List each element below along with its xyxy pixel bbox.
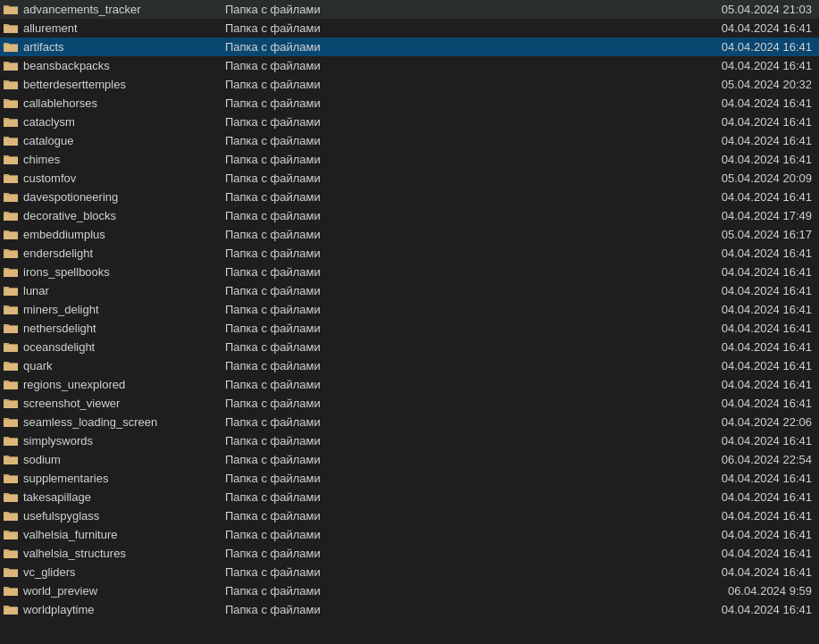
file-date: 04.04.2024 16:41: [690, 40, 815, 54]
file-date: 04.04.2024 16:41: [690, 59, 815, 72]
folder-icon: [4, 604, 20, 616]
file-type: Папка с файлами: [218, 303, 690, 316]
table-row[interactable]: nethersdelightПапка с файлами04.04.2024 …: [0, 319, 819, 338]
file-type: Папка с файлами: [218, 3, 690, 16]
table-row[interactable]: advancements_trackerПапка с файлами05.04…: [0, 0, 819, 19]
table-row[interactable]: seamless_loading_screenПапка с файлами04…: [0, 413, 819, 431]
file-type: Папка с файлами: [218, 490, 690, 504]
file-type: Папка с файлами: [218, 472, 690, 485]
file-date: 04.04.2024 16:41: [690, 153, 815, 166]
folder-icon: [4, 229, 20, 241]
table-row[interactable]: world_previewПапка с файлами06.04.2024 9…: [0, 581, 819, 600]
folder-icon: [4, 210, 20, 222]
file-date: 04.04.2024 16:41: [690, 472, 815, 485]
folder-icon: [4, 585, 20, 598]
file-type: Папка с файлами: [218, 265, 690, 279]
table-row[interactable]: vc_glidersПапка с файлами04.04.2024 16:4…: [0, 563, 819, 581]
table-row[interactable]: artifactsПапка с файлами04.04.2024 16:41: [0, 38, 819, 56]
file-name: regions_unexplored: [23, 378, 125, 391]
table-row[interactable]: supplementariesПапка с файлами04.04.2024…: [0, 469, 819, 488]
file-name: beansbackpacks: [23, 59, 110, 72]
table-row[interactable]: worldplaytimeПапка с файлами04.04.2024 1…: [0, 600, 819, 619]
file-name: endersdelight: [23, 247, 93, 260]
file-name: vc_gliders: [23, 565, 76, 579]
file-list: advancements_trackerПапка с файлами05.04…: [0, 0, 819, 644]
file-name: worldplaytime: [23, 603, 94, 616]
file-type: Папка с файлами: [218, 247, 690, 260]
folder-icon: [4, 379, 20, 391]
file-date: 04.04.2024 16:41: [690, 21, 815, 35]
file-date: 04.04.2024 16:41: [690, 303, 815, 316]
table-row[interactable]: customfovПапка с файлами05.04.2024 20:09: [0, 169, 819, 188]
file-name: valhelsia_structures: [23, 547, 126, 560]
file-date: 04.04.2024 16:41: [690, 603, 815, 616]
folder-icon: [4, 41, 20, 54]
table-row[interactable]: cataclysmПапка с файлами04.04.2024 16:41: [0, 113, 819, 131]
folder-icon: [4, 247, 20, 260]
table-row[interactable]: callablehorsesПапка с файлами04.04.2024 …: [0, 94, 819, 113]
file-name: miners_delight: [23, 303, 99, 316]
table-row[interactable]: endersdelightПапка с файлами04.04.2024 1…: [0, 244, 819, 263]
file-type: Папка с файлами: [218, 40, 690, 54]
table-row[interactable]: embeddiumplusПапка с файлами05.04.2024 1…: [0, 225, 819, 244]
file-date: 04.04.2024 16:41: [690, 96, 815, 110]
table-row[interactable]: usefulspyglassПапка с файлами04.04.2024 …: [0, 506, 819, 525]
table-row[interactable]: oceansdelightПапка с файлами04.04.2024 1…: [0, 338, 819, 356]
file-date: 04.04.2024 16:41: [690, 284, 815, 297]
file-name: takesapillage: [23, 490, 91, 504]
file-type: Папка с файлами: [218, 603, 690, 616]
folder-icon: [4, 60, 20, 72]
file-type: Папка с файлами: [218, 434, 690, 447]
folder-icon: [4, 22, 20, 35]
file-type: Папка с файлами: [218, 59, 690, 72]
table-row[interactable]: screenshot_viewerПапка с файлами04.04.20…: [0, 394, 819, 413]
table-row[interactable]: sodiumПапка с файлами06.04.2024 22:54: [0, 450, 819, 469]
folder-icon: [4, 172, 20, 185]
table-row[interactable]: miners_delightПапка с файлами04.04.2024 …: [0, 300, 819, 319]
table-row[interactable]: allurementПапка с файлами04.04.2024 16:4…: [0, 19, 819, 38]
file-date: 05.04.2024 21:03: [690, 3, 815, 16]
table-row[interactable]: valhelsia_furnitureПапка с файлами04.04.…: [0, 525, 819, 544]
file-date: 04.04.2024 16:41: [690, 547, 815, 560]
file-type: Папка с файлами: [218, 528, 690, 541]
folder-icon: [4, 435, 20, 447]
table-row[interactable]: chimesПапка с файлами04.04.2024 16:41: [0, 150, 819, 169]
folder-icon: [4, 341, 20, 354]
file-type: Папка с файлами: [218, 509, 690, 523]
file-type: Папка с файлами: [218, 78, 690, 91]
table-row[interactable]: irons_spellbooksПапка с файлами04.04.202…: [0, 263, 819, 281]
file-name: world_preview: [23, 584, 97, 598]
table-row[interactable]: simplyswordsПапка с файлами04.04.2024 16…: [0, 431, 819, 450]
file-name: screenshot_viewer: [23, 397, 120, 410]
table-row[interactable]: decorative_blocksПапка с файлами04.04.20…: [0, 206, 819, 225]
table-row[interactable]: quarkПапка с файлами04.04.2024 16:41: [0, 356, 819, 375]
file-name: callablehorses: [23, 96, 97, 110]
file-type: Папка с файлами: [218, 96, 690, 110]
file-date: 04.04.2024 16:41: [690, 134, 815, 147]
folder-icon: [4, 79, 20, 91]
folder-icon: [4, 154, 20, 166]
folder-icon: [4, 4, 20, 16]
table-row[interactable]: davespotioneeringПапка с файлами04.04.20…: [0, 188, 819, 206]
folder-icon: [4, 97, 20, 110]
table-row[interactable]: takesapillageПапка с файлами04.04.2024 1…: [0, 488, 819, 506]
file-name: embeddiumplus: [23, 228, 105, 241]
table-row[interactable]: beansbackpacksПапка с файлами04.04.2024 …: [0, 56, 819, 75]
file-date: 05.04.2024 16:17: [690, 228, 815, 241]
table-row[interactable]: lunarПапка с файлами04.04.2024 16:41: [0, 281, 819, 300]
file-name: quark: [23, 359, 53, 372]
file-name: irons_spellbooks: [23, 265, 110, 279]
folder-icon: [4, 116, 20, 129]
file-date: 04.04.2024 17:49: [690, 209, 815, 222]
file-type: Папка с файлами: [218, 209, 690, 222]
file-name: decorative_blocks: [23, 209, 116, 222]
file-type: Папка с файлами: [218, 228, 690, 241]
file-date: 06.04.2024 9:59: [690, 584, 815, 598]
table-row[interactable]: regions_unexploredПапка с файлами04.04.2…: [0, 375, 819, 394]
table-row[interactable]: catalogueПапка с файлами04.04.2024 16:41: [0, 131, 819, 150]
table-row[interactable]: betterdeserttemplesПапка с файлами05.04.…: [0, 75, 819, 94]
file-type: Папка с файлами: [218, 322, 690, 335]
file-type: Папка с файлами: [218, 453, 690, 466]
table-row[interactable]: valhelsia_structuresПапка с файлами04.04…: [0, 544, 819, 563]
file-date: 04.04.2024 16:41: [690, 565, 815, 579]
